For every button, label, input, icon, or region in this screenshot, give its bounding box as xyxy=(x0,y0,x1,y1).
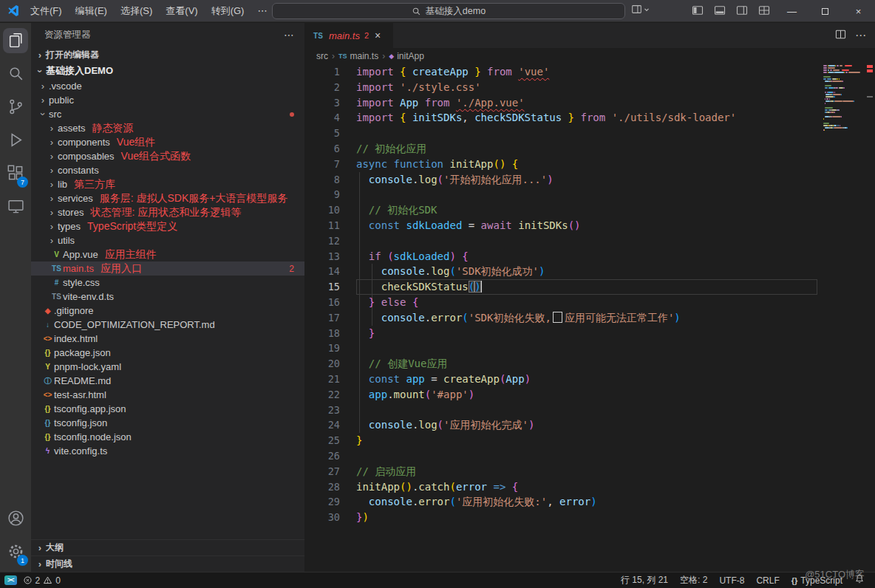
code-line[interactable]: 25} xyxy=(304,433,875,448)
search-button[interactable] xyxy=(0,58,31,91)
folder-row-composables[interactable]: ›composablesVue组合式函数 xyxy=(31,149,304,163)
code-line[interactable]: 11 const sdkLoaded = await initSDKs() xyxy=(304,218,875,233)
code-line[interactable]: 5 xyxy=(304,126,875,141)
line-number[interactable]: 16 xyxy=(304,295,340,310)
explorer-button[interactable] xyxy=(0,24,31,58)
line-number[interactable]: 18 xyxy=(304,326,340,341)
file-row-.gitignore[interactable]: ◈.gitignore xyxy=(31,304,304,318)
timeline-section[interactable]: › 时间线 xyxy=(31,555,304,572)
file-row-tsconfig.app.json[interactable]: {}tsconfig.app.json xyxy=(31,402,304,416)
breadcrumb-item[interactable]: ◆initApp xyxy=(389,51,424,61)
code-line[interactable]: 18 } xyxy=(304,326,875,341)
file-row-tsconfig.json[interactable]: {}tsconfig.json xyxy=(31,416,304,430)
line-number[interactable]: 27 xyxy=(304,464,340,479)
line-number[interactable]: 1 xyxy=(304,64,340,80)
line-number[interactable]: 13 xyxy=(304,249,340,264)
breadcrumb-item[interactable]: TSmain.ts xyxy=(338,51,378,61)
editor-more-actions-icon[interactable]: ⋯ xyxy=(855,29,866,42)
line-number[interactable]: 15 xyxy=(304,279,340,295)
split-editor-icon[interactable] xyxy=(835,29,846,42)
menu-item[interactable]: 查看(V) xyxy=(159,0,204,22)
folder-row-components[interactable]: ›componentsVue组件 xyxy=(31,135,304,149)
menu-item[interactable]: 选择(S) xyxy=(114,0,159,22)
code-line[interactable]: 26 xyxy=(304,448,875,464)
code-line[interactable]: 20 // 创建Vue应用 xyxy=(304,356,875,372)
customize-layout-icon[interactable] xyxy=(758,4,770,18)
file-row-main.ts[interactable]: TSmain.ts应用入口2 xyxy=(31,261,304,276)
line-number[interactable]: 6 xyxy=(304,141,340,157)
extensions-button[interactable]: 7 xyxy=(0,157,31,191)
menu-overflow-button[interactable]: ⋯ xyxy=(251,0,273,22)
status-item[interactable]: UTF-8 xyxy=(719,575,744,586)
code-line[interactable]: 9 xyxy=(304,187,875,202)
code-line[interactable]: 22 app.mount('#app') xyxy=(304,387,875,403)
folder-row-public[interactable]: ›public xyxy=(31,93,304,107)
status-item[interactable]: 行 15, 列 21 xyxy=(621,574,668,587)
file-row-package.json[interactable]: {}package.json xyxy=(31,346,304,360)
line-number[interactable]: 28 xyxy=(304,479,340,495)
maximize-button[interactable] xyxy=(808,0,842,22)
file-row-vite.config.ts[interactable]: ϟvite.config.ts xyxy=(31,444,304,458)
line-number[interactable]: 29 xyxy=(304,494,340,510)
status-item[interactable]: {}TypeScript xyxy=(791,575,842,586)
notifications-bell-icon[interactable] xyxy=(854,574,865,587)
line-number[interactable]: 11 xyxy=(304,218,340,233)
close-button[interactable]: × xyxy=(842,0,875,22)
line-number[interactable]: 14 xyxy=(304,264,340,279)
problems-indicator[interactable]: 2 0 xyxy=(23,575,61,586)
tab-main-ts[interactable]: TS main.ts 2 × xyxy=(304,23,393,48)
line-number[interactable]: 7 xyxy=(304,157,340,172)
folder-row-.vscode[interactable]: ›.vscode xyxy=(31,79,304,93)
code-area[interactable]: 1import { createApp } from 'vue'2import … xyxy=(304,64,875,525)
code-line[interactable]: 12 xyxy=(304,233,875,249)
breadcrumb-item[interactable]: src xyxy=(316,51,328,61)
status-item[interactable]: CRLF xyxy=(756,575,779,586)
file-row-pnpm-lock.yaml[interactable]: Ypnpm-lock.yaml xyxy=(31,360,304,374)
code-line[interactable]: 28initApp().catch(error => { xyxy=(304,479,875,495)
code-line[interactable]: 3import App from './App.vue' xyxy=(304,95,875,111)
folder-row-utils[interactable]: ›utils xyxy=(31,233,304,247)
code-line[interactable]: 27// 启动应用 xyxy=(304,464,875,479)
sidebar-more-actions-icon[interactable]: ⋯ xyxy=(284,29,294,41)
remote-explorer-button[interactable] xyxy=(0,191,31,224)
file-row-style.css[interactable]: #style.css xyxy=(31,276,304,290)
line-number[interactable]: 26 xyxy=(304,448,340,464)
code-line[interactable]: 14 console.log('SDK初始化成功') xyxy=(304,264,875,279)
code-line[interactable]: 16 } else { xyxy=(304,295,875,310)
folder-row-lib[interactable]: ›lib第三方库 xyxy=(31,177,304,191)
workspace-root-folder[interactable]: › 基础接入DEMO xyxy=(31,63,304,79)
status-item[interactable]: 空格: 2 xyxy=(680,574,707,587)
line-number[interactable]: 19 xyxy=(304,341,340,356)
file-row-README.md[interactable]: ⓘREADME.md xyxy=(31,374,304,388)
folder-row-stores[interactable]: ›stores状态管理: 应用状态和业务逻辑等 xyxy=(31,205,304,219)
settings-button[interactable]: 1 xyxy=(0,536,31,569)
line-number[interactable]: 30 xyxy=(304,510,340,525)
code-line[interactable]: 8 console.log('开始初始化应用...') xyxy=(304,172,875,188)
line-number[interactable]: 9 xyxy=(304,187,340,202)
code-line[interactable]: 24 console.log('应用初始化完成') xyxy=(304,417,875,433)
file-row-App.vue[interactable]: VApp.vue应用主组件 xyxy=(31,247,304,261)
folder-row-types[interactable]: ›typesTypeScript类型定义 xyxy=(31,219,304,233)
account-button[interactable] xyxy=(0,502,31,536)
folder-row-constants[interactable]: ›constants xyxy=(31,163,304,177)
line-number[interactable]: 5 xyxy=(304,126,340,141)
code-line[interactable]: 2import './style.css' xyxy=(304,80,875,95)
line-number[interactable]: 17 xyxy=(304,310,340,326)
toggle-secondary-sidebar-icon[interactable] xyxy=(736,4,748,18)
code-line[interactable]: 6// 初始化应用 xyxy=(304,141,875,157)
minimap[interactable] xyxy=(823,64,863,131)
code-line[interactable]: 19 xyxy=(304,341,875,356)
line-number[interactable]: 22 xyxy=(304,387,340,403)
file-row-index.html[interactable]: <>index.html xyxy=(31,332,304,346)
line-number[interactable]: 23 xyxy=(304,403,340,418)
code-line[interactable]: 13 if (sdkLoaded) { xyxy=(304,249,875,264)
line-number[interactable]: 20 xyxy=(304,356,340,372)
toggle-primary-sidebar-icon[interactable] xyxy=(692,4,704,18)
search-box[interactable]: 基础接入demo xyxy=(272,3,625,19)
file-row-tsconfig.node.json[interactable]: {}tsconfig.node.json xyxy=(31,430,304,444)
menu-item[interactable]: 编辑(E) xyxy=(69,0,114,22)
outline-section[interactable]: › 大纲 xyxy=(31,539,304,555)
toggle-panel-icon[interactable] xyxy=(714,4,726,18)
file-row-CODE_OPTIMIZATION_REPORT.md[interactable]: ↓CODE_OPTIMIZATION_REPORT.md xyxy=(31,318,304,332)
minimize-button[interactable]: — xyxy=(775,0,808,22)
